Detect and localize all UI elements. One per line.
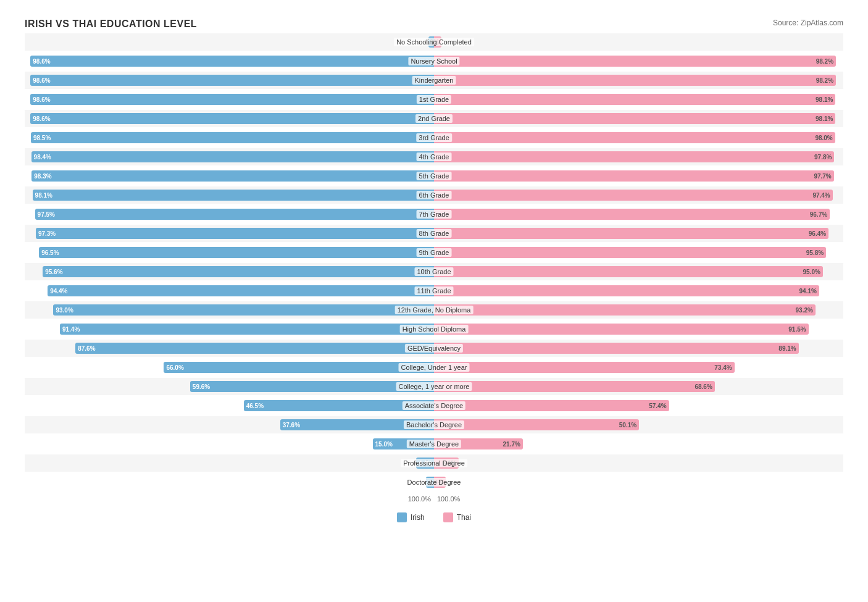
thai-bar: 57.4% [434, 400, 669, 411]
row-label: Professional Degree [401, 459, 467, 467]
chart-row: 94.4% 94.1% 11th Grade [25, 282, 843, 299]
chart-row: 87.6% 89.1% GED/Equivalency [25, 340, 843, 357]
thai-value: 98.0% [815, 135, 835, 141]
thai-bar: 89.1% [434, 343, 799, 354]
row-label: Kindergarten [412, 76, 456, 85]
thai-bar: 97.8% [434, 151, 834, 162]
irish-value: 37.6% [280, 422, 300, 429]
thai-value: 89.1% [778, 345, 798, 352]
chart-row: 98.3% 97.7% 5th Grade [25, 167, 843, 185]
thai-value: 94.1% [799, 288, 819, 295]
chart-row: 93.0% 93.2% 12th Grade, No Diploma [25, 301, 843, 319]
irish-bar: 87.6% [75, 343, 434, 354]
row-label: 6th Grade [417, 191, 452, 199]
row-label: 1st Grade [417, 95, 451, 104]
irish-bar: 91.4% [60, 324, 434, 335]
row-label: 7th Grade [417, 210, 452, 219]
irish-bar: 97.3% [36, 228, 434, 239]
thai-value: 98.1% [816, 115, 835, 122]
irish-bar: 94.4% [48, 285, 434, 296]
thai-value: 68.6% [695, 383, 714, 390]
row-label: Nursery School [408, 57, 459, 65]
row-label: 2nd Grade [415, 114, 453, 123]
irish-bar: 98.6% [30, 75, 434, 86]
irish-value: 97.3% [36, 230, 56, 237]
thai-bar: 98.0% [434, 132, 835, 143]
irish-value: 59.6% [190, 383, 210, 390]
chart-container: IRISH VS THAI EDUCATION LEVEL Source: Zi… [12, 12, 856, 547]
thai-value: 57.4% [649, 403, 669, 409]
chart-row: 98.6% 98.2% Nursery School [25, 52, 843, 70]
chart-row: 1.9% 2.8% Doctorate Degree [25, 474, 843, 491]
irish-bar: 93.0% [53, 304, 434, 316]
chart-row: 1.4% 1.8% No Schooling Completed [25, 33, 843, 51]
row-label: 9th Grade [417, 248, 452, 257]
thai-bar: 73.4% [434, 362, 735, 373]
irish-bar: 96.5% [39, 247, 434, 258]
irish-bar: 98.1% [33, 190, 434, 201]
chart-row: 98.5% 98.0% 3rd Grade [25, 129, 843, 146]
thai-value: 73.4% [714, 364, 734, 371]
chart-row: 37.6% 50.1% Bachelor's Degree [25, 416, 843, 433]
thai-bar: 97.4% [434, 190, 833, 201]
thai-value: 98.2% [816, 58, 836, 65]
thai-value: 97.8% [814, 154, 834, 161]
row-label: Associate's Degree [403, 401, 465, 410]
thai-value: 21.7% [503, 441, 523, 448]
row-label: Doctorate Degree [405, 478, 464, 487]
row-label: 8th Grade [417, 229, 452, 238]
irish-value: 96.5% [39, 249, 59, 256]
legend: Irish Thai [25, 512, 843, 522]
irish-value: 98.6% [30, 96, 50, 103]
chart-row: 98.6% 98.2% Kindergarten [25, 72, 843, 89]
irish-value: 97.5% [35, 211, 55, 218]
irish-value: 87.6% [75, 345, 95, 352]
row-label: 3rd Grade [416, 133, 452, 142]
row-label: 5th Grade [417, 172, 452, 180]
thai-value: 93.2% [796, 307, 816, 314]
chart-row: 15.0% 21.7% Master's Degree [25, 435, 843, 453]
chart-row: 98.1% 97.4% 6th Grade [25, 186, 843, 204]
row-label: GED/Equivalency [405, 344, 463, 353]
thai-bar: 96.4% [434, 228, 828, 239]
thai-value: 96.4% [809, 230, 828, 237]
chart-area: 1.4% 1.8% No Schooling Completed 98.6% 9… [25, 33, 843, 491]
legend-irish-box [397, 512, 407, 522]
axis-row: 100.0% 100.0% [25, 493, 843, 505]
chart-row: 96.5% 95.8% 9th Grade [25, 244, 843, 261]
row-label: 4th Grade [417, 153, 452, 161]
thai-bar: 95.0% [434, 266, 823, 277]
legend-irish-label: Irish [411, 513, 425, 522]
irish-value: 98.3% [31, 173, 51, 180]
legend-irish: Irish [397, 512, 425, 522]
irish-value: 95.6% [43, 269, 62, 275]
thai-bar: 97.7% [434, 170, 834, 182]
row-label: College, 1 year or more [396, 382, 472, 391]
irish-value: 66.0% [164, 364, 183, 371]
chart-row: 97.5% 96.7% 7th Grade [25, 206, 843, 223]
thai-bar: 98.1% [434, 94, 835, 105]
thai-value: 98.2% [816, 77, 836, 84]
irish-value: 98.5% [31, 135, 51, 141]
legend-thai-label: Thai [457, 513, 471, 522]
thai-value: 91.5% [788, 326, 808, 333]
irish-value: 98.6% [30, 58, 50, 65]
thai-bar: 93.2% [434, 304, 816, 316]
thai-value: 98.1% [816, 96, 835, 103]
chart-row: 97.3% 96.4% 8th Grade [25, 225, 843, 242]
row-label: 12th Grade, No Diploma [395, 306, 474, 314]
irish-bar: 98.6% [30, 56, 434, 67]
chart-row: 98.6% 98.1% 2nd Grade [25, 110, 843, 127]
legend-thai: Thai [443, 512, 471, 522]
row-label: Master's Degree [407, 440, 461, 448]
row-label: College, Under 1 year [398, 363, 469, 372]
chart-row: 98.4% 97.8% 4th Grade [25, 148, 843, 165]
thai-bar: 98.1% [434, 113, 835, 124]
thai-value: 97.7% [814, 173, 833, 180]
chart-row: 91.4% 91.5% High School Diploma [25, 320, 843, 338]
chart-title: IRISH VS THAI EDUCATION LEVEL [25, 19, 197, 30]
chart-row: 95.6% 95.0% 10th Grade [25, 263, 843, 280]
thai-bar: 98.2% [434, 56, 836, 67]
thai-value: 95.0% [803, 269, 822, 275]
chart-row: 66.0% 73.4% College, Under 1 year [25, 359, 843, 376]
